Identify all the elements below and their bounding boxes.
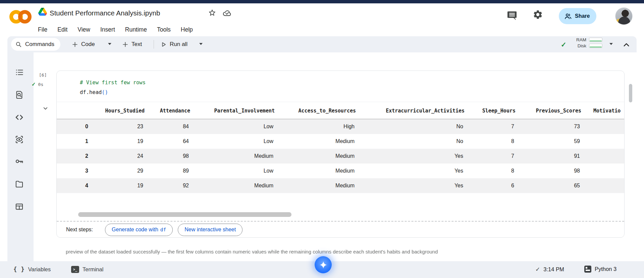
run-all-label: Run all: [170, 41, 187, 48]
share-label: Share: [575, 13, 590, 19]
index-column-header: [57, 102, 88, 119]
table-cell: [584, 149, 624, 164]
table-cell: Medium: [193, 149, 277, 164]
table-row: 22498MediumMediumYes791: [57, 149, 624, 164]
plus-icon: [72, 41, 78, 48]
settings-gear-icon[interactable]: [533, 9, 543, 21]
kernel-selector[interactable]: Python 3: [584, 266, 616, 273]
table-cell: 19: [88, 178, 147, 193]
plus-icon: [122, 41, 128, 48]
add-text-button[interactable]: Text: [122, 40, 142, 49]
find-replace-icon[interactable]: [15, 90, 24, 99]
table-cell: 98: [147, 149, 193, 164]
notebook-toolbar: [7, 36, 637, 52]
row-index: 2: [57, 149, 88, 164]
share-button[interactable]: Share: [559, 8, 596, 24]
terminal-button[interactable]: >_ Terminal: [71, 266, 103, 273]
horizontal-scrollbar[interactable]: [78, 212, 291, 217]
table-cell: Yes: [359, 178, 467, 193]
menu-runtime[interactable]: Runtime: [125, 26, 147, 33]
column-header: Attendance: [147, 102, 193, 119]
colab-logo-right-ring: [18, 10, 32, 24]
execution-time: 0s: [38, 82, 44, 87]
table-cell: Medium: [277, 134, 359, 149]
secrets-key-icon[interactable]: [15, 157, 24, 166]
collapse-toolbar-icon[interactable]: [623, 41, 630, 50]
table-row: 32989LowMediumYes898: [57, 164, 624, 178]
menu-tools[interactable]: Tools: [157, 26, 171, 33]
add-code-label: Code: [81, 41, 95, 48]
table-cell: 89: [147, 164, 193, 178]
vertical-scrollbar[interactable]: [629, 84, 632, 102]
table-cell: 29: [88, 164, 147, 178]
resource-monitor[interactable]: RAM Disk: [575, 37, 602, 48]
table-cell: [584, 119, 624, 134]
ram-usage-bar: [589, 38, 602, 42]
table-cell: No: [359, 134, 467, 149]
execution-count[interactable]: [6]: [39, 73, 47, 78]
table-cell: 23: [88, 119, 147, 134]
menu-help[interactable]: Help: [181, 26, 193, 33]
notebook-title[interactable]: Student Performance Analysis.ipynb: [50, 9, 160, 17]
ram-label: RAM: [575, 37, 586, 42]
check-icon: ✓: [32, 81, 36, 87]
menu-view[interactable]: View: [77, 26, 90, 33]
run-all-dropdown-icon[interactable]: [199, 43, 203, 45]
table-cell: 6: [467, 178, 518, 193]
code-snippets-icon[interactable]: [15, 113, 24, 122]
search-icon: [15, 41, 22, 48]
table-cell: 64: [147, 134, 193, 149]
dataframe-output: Hours_StudiedAttendanceParental_Involvem…: [57, 102, 624, 193]
toolbar-divider: [154, 40, 154, 49]
table-row: 11964LowMediumNo859: [57, 134, 624, 149]
code-cell[interactable]: # View first few rows df.head() Hours_St…: [56, 71, 625, 238]
terminal-icon: >_: [71, 266, 79, 273]
gemini-button[interactable]: [315, 256, 332, 273]
new-interactive-sheet-button[interactable]: New interactive sheet: [178, 224, 243, 236]
table-cell: 91: [518, 149, 584, 164]
kernel-label: Python 3: [595, 266, 616, 272]
terminal-label: Terminal: [83, 266, 103, 273]
table-cell: Medium: [193, 178, 277, 193]
table-cell: [584, 134, 624, 149]
variables-button[interactable]: { } Variables: [13, 266, 51, 273]
code-editor[interactable]: # View first few rows df.head(): [57, 71, 624, 102]
files-folder-icon[interactable]: [15, 180, 24, 189]
table-cell: Medium: [277, 149, 359, 164]
menu-insert[interactable]: Insert: [100, 26, 115, 33]
data-table-icon[interactable]: [15, 202, 24, 211]
cloud-saved-icon[interactable]: [222, 9, 232, 18]
resources-dropdown-icon[interactable]: [609, 43, 613, 45]
people-icon: [564, 12, 572, 20]
comments-icon[interactable]: [507, 10, 517, 22]
menu-edit[interactable]: Edit: [57, 26, 67, 33]
table-of-contents-icon[interactable]: [15, 68, 24, 77]
play-icon: [160, 41, 167, 48]
menu-file[interactable]: File: [38, 26, 47, 33]
column-header: Parental_Involvement: [193, 102, 277, 119]
table-cell: 73: [518, 119, 584, 134]
row-index: 1: [57, 134, 88, 149]
menu-bar: File Edit View Insert Runtime Tools Help: [38, 26, 193, 33]
table-cell: Low: [193, 164, 277, 178]
table-cell: High: [277, 119, 359, 134]
star-icon[interactable]: [208, 9, 216, 18]
variables-label: Variables: [28, 266, 51, 273]
collapse-output-icon[interactable]: [42, 105, 49, 113]
table-cell: Low: [193, 134, 277, 149]
run-all-button[interactable]: Run all: [160, 40, 187, 49]
browser-top-strip: [0, 0, 644, 3]
avatar[interactable]: [615, 7, 633, 25]
row-index: 3: [57, 164, 88, 178]
disk-label: Disk: [575, 43, 586, 48]
table-cell: [584, 164, 624, 178]
scratch-vision-icon[interactable]: [15, 135, 24, 144]
commands-button[interactable]: Commands: [11, 38, 60, 51]
table-cell: [584, 178, 624, 193]
generate-code-button[interactable]: Generate code with df: [105, 224, 173, 236]
colab-logo[interactable]: [9, 10, 32, 25]
add-code-button[interactable]: Code: [72, 40, 95, 49]
table-row: 41992MediumMediumYes665: [57, 178, 624, 193]
column-header: Extracurricular_Activities: [359, 102, 467, 119]
add-code-dropdown-icon[interactable]: [108, 43, 111, 45]
